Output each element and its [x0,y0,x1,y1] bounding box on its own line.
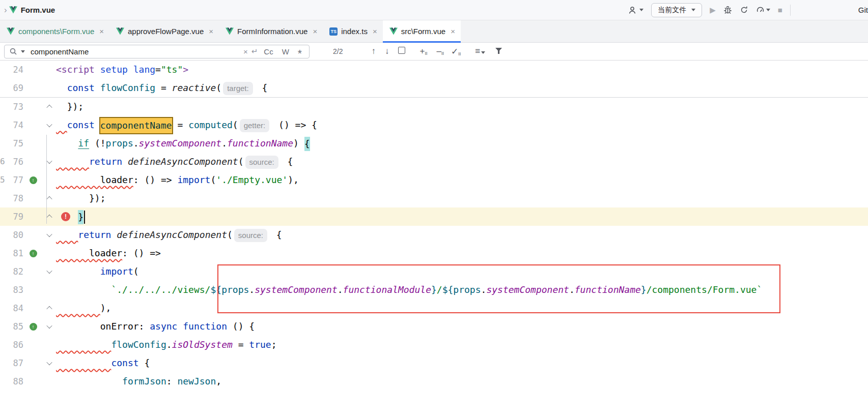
tab-index-ts[interactable]: TSindex.ts× [323,20,382,42]
stop-button[interactable]: ■ [778,6,782,14]
code-text[interactable]: } [56,207,868,226]
code-text[interactable]: const flowConfig = reactive(target: { [56,79,868,97]
fold-toggle[interactable] [43,215,56,219]
line-number[interactable]: 79 [0,212,23,222]
line-number[interactable]: 88 [0,376,23,386]
close-icon[interactable]: × [373,27,377,36]
line-number[interactable]: 87 [0,358,23,368]
inlay-parameter-hint: source: [245,156,278,169]
tab-src-form-vue[interactable]: src\Form.vue× [383,20,461,42]
fold-toggle[interactable] [43,233,56,237]
match-count: 2/2 [333,47,343,55]
clear-search-icon[interactable]: × [243,47,248,56]
line-number[interactable]: 75 [0,138,23,148]
code-text[interactable]: formJson: newJson, [56,372,868,391]
gutter-green-marker-icon[interactable]: ↑ [30,323,37,331]
code-text[interactable]: const componentName = computed(getter: (… [56,116,868,134]
newline-icon[interactable]: ↵ [251,47,258,56]
debug-button[interactable] [723,6,732,14]
line-number[interactable]: 69 [0,83,23,93]
code-text[interactable]: if (!props.systemComponent.functionName)… [56,134,868,153]
line-number[interactable]: 80 [0,230,23,240]
user-icon [629,6,638,14]
match-case-toggle[interactable]: Cc [261,47,275,56]
inlay-parameter-hint: source: [234,229,267,242]
fold-toggle[interactable] [43,270,56,274]
filter-icon [495,48,502,54]
line-number[interactable]: 86 [0,340,23,350]
fold-toggle[interactable] [43,361,56,365]
run-configuration-label: 当前文件 [658,6,686,15]
line-number[interactable]: 74 [0,120,23,130]
code-line-88: 88 formJson: newJson, [0,372,868,391]
gutter: 81↑ [0,244,56,262]
code-text[interactable]: return defineAsyncComponent(source: { [56,226,868,244]
line-number[interactable]: 73 [0,102,23,112]
fold-end-icon [46,306,52,312]
code-text[interactable]: onError: async function () { [56,317,868,336]
regex-toggle[interactable]: * [295,47,304,56]
error-icon[interactable]: ! [61,212,70,221]
code-line-76: 676 return defineAsyncComponent(source: … [0,153,868,171]
profiler-button[interactable] [756,6,770,14]
remove-occurrence-button[interactable]: –II [436,46,443,56]
code-text[interactable]: const { [56,354,868,372]
window-title: Form.vue [21,6,55,14]
code-text[interactable]: ), [56,299,868,317]
line-number[interactable]: 83 [0,285,23,295]
fold-toggle[interactable] [43,306,56,310]
search-in-selection-toggle[interactable] [398,47,405,56]
gutter-green-marker-icon[interactable]: ↑ [30,176,37,184]
code-text[interactable]: }); [56,98,868,116]
line-number[interactable]: 85 [0,321,23,332]
search-query[interactable]: componentName [31,47,240,56]
code-text[interactable]: `./../../../views/${props.systemComponen… [56,281,868,299]
close-icon[interactable]: × [209,27,213,36]
tab-forminformation-vue[interactable]: FormInformation.vue× [219,20,323,42]
code-with-me-users-button[interactable] [629,6,643,14]
fold-end-icon [46,105,52,110]
code-text[interactable]: }); [56,189,868,207]
open-results-button[interactable]: ≡ [475,46,485,56]
fold-toggle[interactable] [43,324,56,329]
run-button[interactable]: ▶ [710,6,716,15]
whole-words-toggle[interactable]: W [279,47,292,56]
fold-toggle[interactable] [43,105,56,109]
rerun-button[interactable] [740,6,748,14]
tab-approveflowpage-vue[interactable]: approveFlowPage.vue× [109,20,219,42]
tab-components-form-vue[interactable]: components\Form.vue× [0,20,109,42]
search-history-chevron-icon[interactable] [21,50,25,53]
fold-toggle[interactable] [43,160,56,164]
close-icon[interactable]: × [451,27,455,36]
git-menu[interactable]: Git [858,6,868,14]
code-editor[interactable]: 24<script setup lang="ts">69 const flowC… [0,61,868,417]
line-number[interactable]: 81 [0,248,23,258]
code-line-69: 69 const flowConfig = reactive(target: { [0,79,868,97]
line-number[interactable]: 24 [0,65,23,75]
gutter: 75 [0,134,56,153]
fold-open-icon [46,158,52,164]
add-occurrence-button[interactable]: +II [419,46,427,56]
previous-match-button[interactable]: ↑ [371,46,376,56]
fold-toggle[interactable] [43,123,56,127]
gutter-green-marker-icon[interactable]: ↑ [30,250,37,257]
code-text[interactable]: loader: () => import('./Empty.vue'), [56,171,868,189]
code-text[interactable]: <script setup lang="ts"> [56,61,868,79]
select-all-occurrences-button[interactable]: ✓II [451,46,461,57]
line-number[interactable]: 84 [0,303,23,313]
code-text[interactable]: flowConfig.isOldSystem = true; [56,336,868,354]
line-number[interactable]: 78 [0,193,23,203]
code-line-24: 24<script setup lang="ts"> [0,61,868,79]
search-input[interactable]: componentName × ↵ Cc W * [4,45,310,58]
fold-toggle[interactable] [43,196,56,200]
code-text[interactable]: loader: () => [56,244,868,262]
gutter: 69 [0,79,56,97]
next-match-button[interactable]: ↓ [385,46,389,56]
close-icon[interactable]: × [99,27,104,36]
close-icon[interactable]: × [313,27,317,36]
line-number[interactable]: 82 [0,266,23,277]
run-configuration-selector[interactable]: 当前文件 [651,3,702,17]
code-text[interactable]: import( [56,262,868,281]
filter-button[interactable] [495,47,502,56]
code-text[interactable]: return defineAsyncComponent(source: { [56,153,868,171]
